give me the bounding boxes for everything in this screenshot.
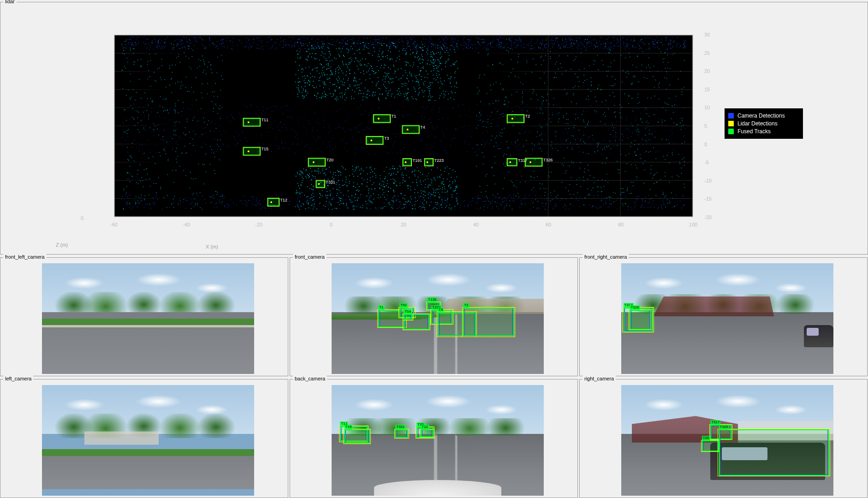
svg-point-3226 (339, 190, 339, 190)
track-bbox[interactable] (395, 429, 408, 438)
svg-point-1548 (355, 128, 356, 128)
svg-point-3382 (357, 176, 358, 177)
svg-point-540 (553, 47, 553, 47)
svg-point-3496 (443, 181, 444, 182)
svg-point-3815 (651, 134, 652, 135)
svg-point-142 (466, 47, 467, 48)
svg-point-3584 (564, 46, 565, 47)
svg-point-519 (666, 37, 666, 38)
svg-point-249 (327, 46, 328, 46)
svg-point-4022 (655, 80, 656, 81)
svg-point-3681 (575, 74, 576, 75)
svg-point-3733 (571, 42, 572, 43)
svg-point-1966 (600, 106, 600, 106)
svg-point-1445 (610, 204, 610, 204)
track-bbox[interactable] (463, 308, 514, 336)
right-camera-view[interactable]: T317T20T326 (621, 385, 833, 496)
svg-point-425 (684, 46, 685, 46)
svg-point-94 (346, 38, 346, 38)
front-left-camera-view[interactable] (42, 263, 254, 374)
svg-point-3624 (666, 104, 667, 105)
svg-point-1329 (514, 195, 514, 195)
svg-point-2666 (440, 95, 440, 96)
svg-point-2115 (360, 105, 361, 106)
back-camera-view[interactable]: T11T15T331T20T12 (332, 385, 544, 496)
svg-point-4621 (193, 145, 194, 146)
svg-point-3270 (431, 194, 432, 195)
svg-point-3159 (393, 183, 394, 184)
track-bbox[interactable] (719, 429, 829, 476)
track-bbox[interactable] (421, 429, 434, 437)
svg-point-467 (613, 45, 614, 46)
svg-point-3915 (486, 93, 487, 94)
svg-point-2404 (436, 75, 437, 76)
track-bbox[interactable] (345, 429, 370, 444)
svg-point-884 (613, 37, 614, 38)
svg-point-1732 (304, 117, 304, 118)
svg-point-2209 (406, 62, 407, 63)
svg-point-4612 (135, 100, 136, 101)
svg-point-2518 (318, 93, 319, 94)
svg-point-3421 (337, 170, 338, 171)
track-bbox[interactable] (404, 314, 412, 320)
svg-point-4374 (189, 66, 190, 67)
svg-point-720 (209, 39, 210, 39)
svg-point-3350 (342, 185, 343, 186)
svg-point-1030 (326, 198, 327, 199)
track-bbox[interactable] (702, 440, 719, 451)
track-bbox[interactable] (630, 310, 651, 330)
svg-point-2488 (448, 59, 449, 59)
svg-point-2408 (347, 80, 348, 81)
svg-point-2711 (454, 99, 455, 100)
front-right-camera-view[interactable]: T317T326 (621, 263, 833, 374)
svg-point-4546 (214, 198, 214, 199)
svg-point-487 (130, 42, 131, 43)
front-camera-view[interactable]: T1T52T3T138T14T223T4T2 (332, 263, 544, 374)
svg-point-2913 (445, 95, 446, 95)
svg-point-1439 (145, 200, 145, 201)
svg-point-3514 (370, 196, 371, 196)
svg-point-979 (504, 197, 504, 197)
svg-rect-4788 (316, 181, 324, 187)
svg-point-3447 (306, 169, 307, 170)
left-camera-view[interactable] (42, 385, 254, 496)
svg-point-1318 (536, 208, 537, 209)
svg-point-3646 (598, 180, 599, 181)
svg-point-2688 (351, 46, 351, 47)
svg-point-4236 (584, 46, 585, 47)
svg-point-111 (662, 45, 663, 45)
svg-point-3219 (349, 181, 350, 182)
svg-point-1713 (358, 132, 359, 132)
svg-point-4712 (177, 162, 178, 163)
lidar-plot[interactable]: T11T15T20T12T1T3T4T191T223T331T2T317T326 (114, 35, 693, 217)
svg-point-3908 (500, 47, 501, 47)
svg-point-4593 (161, 59, 162, 59)
svg-point-1230 (429, 206, 430, 206)
svg-point-1748 (258, 143, 258, 144)
svg-point-2989 (442, 187, 443, 188)
svg-point-1793 (280, 122, 280, 123)
svg-text:T331: T331 (326, 180, 335, 184)
svg-point-1153 (309, 201, 309, 201)
svg-point-2736 (405, 53, 406, 54)
svg-point-81 (163, 46, 163, 47)
svg-point-4672 (219, 160, 220, 160)
svg-point-2981 (453, 190, 454, 191)
svg-point-2571 (300, 58, 301, 59)
svg-point-2441 (303, 90, 303, 91)
svg-point-3774 (673, 41, 674, 42)
svg-point-1815 (635, 130, 636, 130)
svg-point-4547 (175, 83, 176, 84)
svg-point-1465 (371, 110, 371, 110)
svg-point-3750 (634, 152, 635, 153)
svg-point-3337 (392, 168, 393, 169)
svg-point-2941 (316, 96, 317, 97)
svg-point-4632 (188, 46, 189, 47)
svg-point-2646 (353, 43, 354, 44)
svg-point-2230 (387, 55, 388, 56)
svg-point-437 (370, 38, 370, 38)
svg-point-1541 (267, 109, 267, 109)
svg-point-1625 (551, 144, 552, 145)
svg-point-2836 (312, 85, 313, 86)
svg-point-2661 (302, 68, 303, 69)
